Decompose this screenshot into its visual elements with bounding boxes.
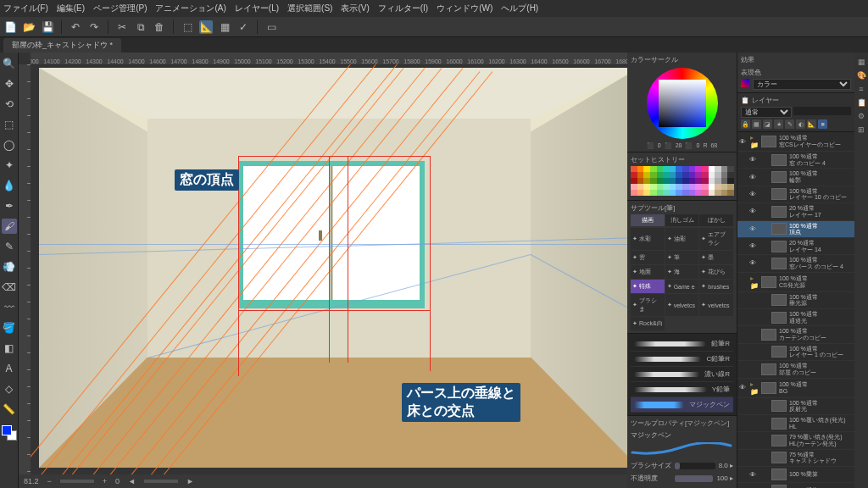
page-icon[interactable]: ▭ — [264, 20, 278, 34]
layer-row[interactable]: 100 %通常 垂光源 — [737, 292, 854, 309]
subtool-item[interactable]: ✦velvetcs — [665, 294, 699, 316]
layer-row[interactable]: 75 %通常 キャストシャドウ — [737, 450, 854, 467]
ref-icon[interactable]: ★ — [774, 119, 783, 129]
zoom-in-icon[interactable]: + — [103, 477, 107, 485]
color-swatch[interactable] — [663, 184, 670, 190]
color-swatch[interactable] — [709, 172, 715, 178]
color-swatch[interactable] — [689, 190, 696, 196]
color-swatch[interactable] — [689, 166, 696, 172]
color-swatch[interactable] — [643, 172, 650, 178]
shape-tool-icon[interactable]: ◇ — [2, 381, 17, 396]
brush-preset[interactable]: C鉛筆R — [631, 352, 733, 367]
layer-row[interactable]: 👁100 %通常 レイヤー 10 のコピー — [737, 186, 854, 203]
color-swatch[interactable] — [670, 166, 676, 172]
layer-row[interactable]: 👁▸📁100 %通常 BG — [737, 379, 854, 398]
layer-row[interactable]: ▸📁100 %通常 CS発光源 — [737, 273, 854, 292]
color-swatch[interactable] — [631, 178, 637, 184]
dock-icon[interactable]: ⊞ — [858, 125, 865, 134]
color-swatch[interactable] — [727, 178, 734, 184]
ruler-tool-icon[interactable]: 📏 — [2, 402, 17, 417]
color-swatch[interactable] — [689, 172, 696, 178]
color-swatch[interactable] — [721, 178, 728, 184]
subtool-item[interactable]: ✦エアブラシ — [699, 228, 733, 250]
color-swatch[interactable] — [689, 178, 696, 184]
save-icon[interactable]: 💾 — [41, 20, 54, 34]
brush-preset[interactable]: 鉛筆R — [631, 336, 733, 352]
color-swatch[interactable] — [727, 166, 734, 172]
layer-row[interactable]: 👁100 %通常 窓パース のコピー 4 — [737, 255, 854, 272]
text-tool-icon[interactable]: A — [2, 361, 17, 376]
menu-item[interactable]: フィルター(I) — [378, 3, 428, 14]
color-swatch[interactable] — [715, 184, 721, 190]
color-swatch[interactable] — [695, 178, 702, 184]
color-swatch[interactable] — [702, 190, 709, 196]
color-swatch[interactable] — [676, 184, 682, 190]
gradient-tool-icon[interactable]: ◧ — [2, 341, 17, 356]
copy-icon[interactable]: ⧉ — [134, 20, 147, 34]
airbrush-tool-icon[interactable]: 💨 — [2, 259, 17, 274]
subtool-tab[interactable]: 描画 — [631, 214, 665, 226]
folder-icon[interactable]: ▸📁 — [750, 380, 759, 396]
menu-item[interactable]: ページ管理(P) — [93, 3, 147, 14]
color-swatch[interactable] — [682, 172, 689, 178]
fill-tool-icon[interactable]: 🪣 — [2, 320, 17, 336]
color-mode-select[interactable]: カラー — [753, 79, 851, 90]
color-swatch[interactable] — [676, 190, 682, 196]
layer-row[interactable]: 100 %覆い焼き(発光) HL — [737, 415, 854, 432]
visibility-icon[interactable]: 👁 — [749, 208, 758, 215]
color-swatch[interactable] — [702, 184, 709, 190]
color-swatch[interactable] — [650, 178, 657, 184]
menu-item[interactable]: アニメーション(A) — [155, 3, 225, 14]
color-swatch[interactable] — [631, 190, 637, 196]
transform-icon[interactable]: ⬚ — [181, 20, 194, 34]
color-swatch[interactable] — [676, 178, 682, 184]
color-swatch[interactable] — [643, 184, 650, 190]
property-row[interactable]: アンチエイリアス ▸ — [631, 485, 733, 488]
color-swatch[interactable] — [727, 172, 734, 178]
color-swatch[interactable] — [643, 166, 650, 172]
new-file-icon[interactable]: 📄 — [3, 20, 17, 34]
layer-row[interactable]: 👁▸📁100 %通常 窓CSレイヤーのコピー — [737, 132, 854, 152]
brush-tool-icon[interactable]: 🖌 — [2, 219, 17, 234]
visibility-icon[interactable]: 👁 — [749, 174, 758, 181]
color-swatch[interactable] — [670, 184, 676, 190]
zoom-tool-icon[interactable]: 🔍 — [2, 56, 17, 71]
menu-item[interactable]: ヘルプ(H) — [501, 3, 538, 14]
layer-row[interactable]: 100 %通常 部屋 のコピー — [737, 361, 854, 378]
menu-item[interactable]: ファイル(F) — [3, 3, 48, 14]
visibility-icon[interactable]: 👁 — [749, 242, 758, 250]
property-row[interactable]: ブラシサイズ8.0 ▸ — [631, 459, 733, 472]
pencil-tool-icon[interactable]: ✎ — [2, 239, 17, 254]
color-swatch[interactable] — [709, 184, 715, 190]
color-swatch[interactable] — [650, 184, 657, 190]
color-swatch[interactable] — [663, 190, 670, 196]
dock-icon[interactable]: 📋 — [857, 98, 866, 107]
color-swatch[interactable] — [695, 166, 702, 172]
subtool-item[interactable]: ✦花びら — [699, 265, 733, 279]
color-swatch[interactable] — [643, 178, 650, 184]
color-swatch[interactable] — [670, 178, 676, 184]
zoom-out-icon[interactable]: − — [47, 477, 52, 485]
subtool-item[interactable]: ✦brushes — [699, 280, 733, 293]
color-swatch[interactable] — [721, 166, 728, 172]
mask-icon[interactable]: ◐ — [796, 119, 805, 129]
color-swatch[interactable] — [637, 190, 644, 196]
color-label-icon[interactable]: ■ — [818, 119, 827, 129]
subtool-item[interactable]: ✦特殊 — [631, 280, 665, 293]
subtool-item[interactable]: ✦Rock&白 — [631, 317, 665, 330]
subtool-tab[interactable]: ぼかし — [699, 214, 733, 226]
menu-item[interactable]: 表示(V) — [341, 3, 369, 14]
layer-row[interactable]: 👁100 %通常 — [737, 483, 854, 488]
menu-item[interactable]: レイヤー(L) — [235, 3, 279, 14]
color-swatch[interactable] — [715, 190, 721, 196]
visibility-icon[interactable]: 👁 — [749, 225, 758, 233]
swatch-grid[interactable] — [631, 166, 734, 196]
color-swatch[interactable] — [727, 190, 734, 196]
wand-tool-icon[interactable]: ✦ — [2, 158, 17, 173]
color-swatch[interactable] — [695, 184, 702, 190]
color-swatch[interactable] — [695, 172, 702, 178]
color-swatch[interactable] — [637, 184, 644, 190]
subtool-item[interactable]: ✦velvetcs — [699, 294, 733, 316]
layer-row[interactable]: 100 %通常 カーテンのコピー — [737, 326, 854, 343]
lock-icon[interactable]: 🔒 — [741, 119, 750, 129]
